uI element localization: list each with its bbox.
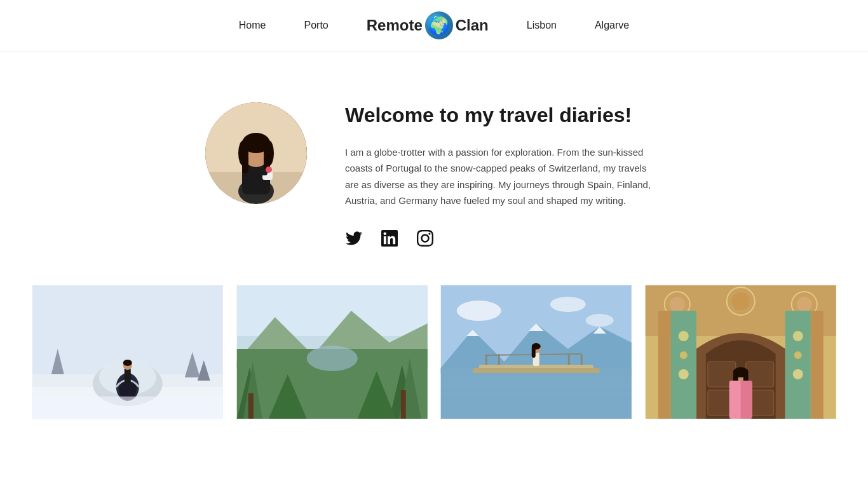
svg-point-68 [669,297,684,312]
svg-point-72 [796,297,811,312]
svg-point-81 [678,331,688,341]
svg-point-39 [306,346,357,371]
svg-point-44 [550,297,586,312]
nav-porto-link[interactable]: Porto [304,20,328,31]
photo-card-3[interactable] [439,285,634,419]
nav-home-link[interactable]: Home [239,20,266,31]
svg-rect-22 [125,368,131,383]
svg-rect-28 [32,396,223,419]
photo-grid [0,285,868,419]
hero-description: I am a globe-trotter with a passion for … [345,144,663,209]
svg-rect-92 [729,381,740,419]
svg-rect-74 [810,311,823,419]
instagram-link[interactable] [416,229,434,247]
svg-point-83 [678,369,688,379]
photo-card-4[interactable] [644,285,838,419]
logo-remote-text: Remote [367,17,423,34]
linkedin-icon [381,230,398,247]
svg-point-45 [586,314,614,327]
photo-card-1[interactable] [31,285,225,419]
hero-section: Welcome to my travel diaries! I am a glo… [116,51,752,285]
svg-point-14 [266,166,272,173]
twitter-icon [346,230,362,247]
nav-lisbon-link[interactable]: Lisbon [527,20,557,31]
social-icons [345,229,663,247]
svg-rect-59 [581,355,583,365]
svg-rect-55 [473,368,600,373]
svg-rect-73 [658,311,670,419]
logo-clan-text: Clan [456,17,489,34]
navigation: Home Porto Remote 🌍 Clan Lisbon Algarve [0,0,868,51]
nav-logo[interactable]: Remote 🌍 Clan [367,11,489,39]
instagram-icon [417,230,433,247]
svg-rect-38 [400,390,405,419]
svg-rect-58 [568,354,570,365]
hero-title: Welcome to my travel diaries! [345,102,663,129]
svg-point-86 [792,369,803,379]
svg-rect-64 [532,346,536,358]
linkedin-link[interactable] [381,229,398,247]
svg-point-84 [792,331,803,341]
svg-point-82 [679,351,687,359]
svg-rect-13 [255,169,268,175]
svg-point-85 [794,351,801,359]
twitter-link[interactable] [345,229,363,247]
nav-algarve-link[interactable]: Algarve [595,20,629,31]
svg-rect-56 [485,355,487,365]
svg-point-70 [731,292,749,310]
svg-rect-79 [670,311,696,419]
svg-rect-93 [740,381,752,419]
photo-card-2[interactable] [235,285,430,419]
hero-content: Welcome to my travel diaries! I am a glo… [345,102,663,247]
svg-rect-80 [785,311,810,419]
globe-icon: 🌍 [425,11,453,39]
avatar [205,102,307,204]
svg-point-24 [123,360,132,366]
svg-point-43 [457,301,501,321]
svg-rect-37 [248,393,253,419]
svg-rect-10 [242,154,248,173]
